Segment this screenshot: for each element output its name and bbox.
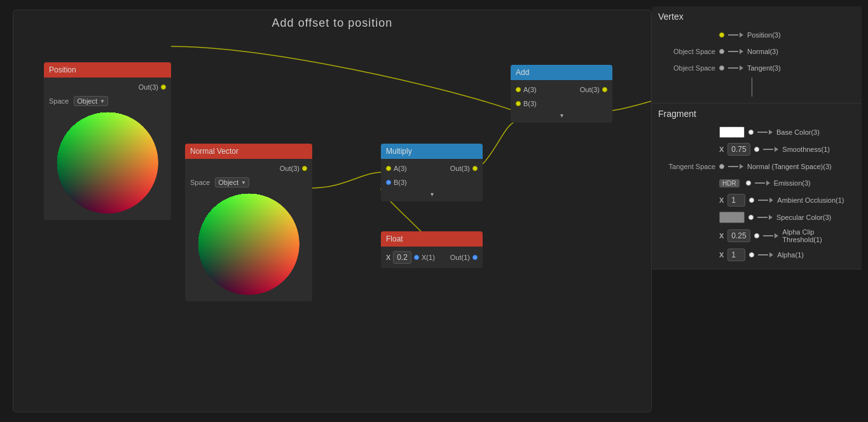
node-add[interactable]: Add A(3) Out(3) B(3) ▾ [511,65,612,123]
fragment-alpha-clip-input[interactable]: 0.25 [727,229,750,242]
add-out-port[interactable] [602,87,607,92]
float-in-port[interactable] [414,255,419,260]
node-float[interactable]: Float X 0.2 X(1) Out(1) [381,231,483,268]
vertex-position-label: Position(3) [747,31,855,39]
add-node-header: Add [511,65,612,80]
fragment-normal-tangent-label: Normal (Tangent Space)(3) [747,163,855,170]
fragment-specular-row: Specular Color(3) [658,209,855,226]
fragment-base-color-row: Base Color(3) [658,124,855,140]
float-node-header: Float [381,231,483,247]
vertex-tangent-row: Object Space Tangent(3) [658,60,855,76]
fragment-ao-connector [758,198,773,203]
add-node-body: A(3) Out(3) B(3) ▾ [511,80,612,123]
fragment-emission-row: HDR Emission(3) [658,175,855,191]
fragment-alpha-connector [758,252,773,257]
normal-out-port[interactable] [302,166,307,171]
fragment-smoothness-input[interactable]: 0.75 [727,143,750,156]
main-canvas: Add offset to position Position Out(3) [0,0,868,422]
vertex-tangent-label: Tangent(3) [747,64,855,72]
normal-space-row: Space Object [185,175,312,189]
add-a-port[interactable] [516,87,521,92]
fragment-base-color-connector [757,130,773,135]
vertex-section: Vertex Position(3) Object Space [652,6,862,104]
add-b-port[interactable] [516,101,521,106]
fragment-alpha-clip-label: Alpha Clip Threshold(1) [782,228,855,243]
canvas-title: Add offset to position [272,17,393,30]
normal-node-body: Out(3) Space Object [185,159,312,301]
fragment-smoothness-row: X 0.75 Smoothness(1) [658,140,855,158]
fragment-smoothness-connector [763,147,778,152]
node-multiply[interactable]: Multiply A(3) Out(3) B(3) ▾ [381,144,483,201]
fragment-emission-connector [755,180,770,186]
multiply-b-row: B(3) [381,175,483,189]
fragment-alpha-label: Alpha(1) [777,251,855,259]
vertex-normal-port-left[interactable] [719,49,724,54]
fragment-smoothness-port[interactable] [754,147,759,152]
fragment-smoothness-label: Smoothness(1) [782,146,855,153]
multiply-a-port[interactable] [386,166,391,171]
fragment-ao-input[interactable]: 1 [727,194,745,207]
fragment-normal-port[interactable] [719,164,724,169]
multiply-a-row: A(3) Out(3) [381,161,483,175]
fragment-ao-port[interactable] [749,198,754,203]
vertex-normal-space-label: Object Space [658,48,715,55]
float-node-body: X 0.2 X(1) Out(1) [381,247,483,268]
fragment-emission-port[interactable] [746,180,751,186]
vertex-tangent-port-left[interactable] [719,65,724,71]
float-out-port[interactable] [472,255,478,260]
position-space-dropdown[interactable]: Object [74,96,108,106]
vertex-position-port-left[interactable] [719,32,724,37]
fragment-emission-label: Emission(3) [774,179,855,187]
add-expand-btn[interactable]: ▾ [511,111,612,120]
vertex-normal-connector [728,49,743,54]
position-space-row: Space Object [44,94,171,108]
position-color-preview [57,112,158,214]
add-a-row: A(3) Out(3) [511,83,612,97]
fragment-specular-port[interactable] [748,215,754,220]
node-position[interactable]: Position Out(3) Space Object [44,62,171,220]
vertex-position-row: Position(3) [658,27,855,43]
fragment-ao-label: Ambient Occlusion(1) [777,196,855,204]
right-panel: Vertex Position(3) Object Space [652,6,862,269]
vertex-normal-label: Normal(3) [747,48,855,55]
fragment-alpha-clip-port[interactable] [754,233,759,238]
fragment-tangent-space-label: Tangent Space [658,163,715,170]
fragment-section: Fragment Base Color(3) X 0.75 [652,104,862,269]
fragment-alpha-clip-row: X 0.25 Alpha Clip Threshold(1) [658,226,855,246]
node-canvas[interactable]: Add offset to position Position Out(3) [13,10,652,412]
multiply-expand-btn[interactable]: ▾ [381,189,483,199]
fragment-title: Fragment [658,109,855,119]
fragment-base-color-port[interactable] [748,130,754,135]
multiply-out-port[interactable] [472,166,478,171]
fragment-base-color-box[interactable] [719,126,745,138]
vertex-tangent-space-label: Object Space [658,64,715,72]
normal-color-preview [198,193,300,295]
vertex-position-connector [728,32,743,37]
position-out-row: Out(3) [44,80,171,94]
node-normal-vector[interactable]: Normal Vector Out(3) Space Object [185,144,312,301]
fragment-ao-row: X 1 Ambient Occlusion(1) [658,191,855,209]
normal-out-row: Out(3) [185,161,312,175]
fragment-specular-color-box[interactable] [719,212,745,223]
fragment-alpha-input[interactable]: 1 [727,248,745,261]
vertex-title: Vertex [658,11,855,22]
vertex-tangent-connector [728,65,743,71]
float-x-input[interactable]: 0.2 [393,251,411,264]
fragment-alpha-clip-connector [763,233,778,238]
fragment-normal-connector [728,164,743,169]
fragment-specular-label: Specular Color(3) [776,214,855,221]
fragment-alpha-row: X 1 Alpha(1) [658,246,855,264]
multiply-b-port[interactable] [386,180,391,185]
position-node-body: Out(3) Space Object [44,78,171,220]
fragment-alpha-port[interactable] [749,252,754,257]
add-b-row: B(3) [511,97,612,111]
fragment-specular-connector [757,215,773,220]
normal-node-header: Normal Vector [185,144,312,159]
fragment-normal-row: Tangent Space Normal (Tangent Space)(3) [658,158,855,175]
position-out-port[interactable] [161,85,166,90]
float-x-row: X 0.2 X(1) Out(1) [381,249,483,266]
normal-space-dropdown[interactable]: Object [215,177,249,187]
vertex-normal-row: Object Space Normal(3) [658,43,855,60]
multiply-node-body: A(3) Out(3) B(3) ▾ [381,159,483,201]
position-node-header: Position [44,62,171,78]
